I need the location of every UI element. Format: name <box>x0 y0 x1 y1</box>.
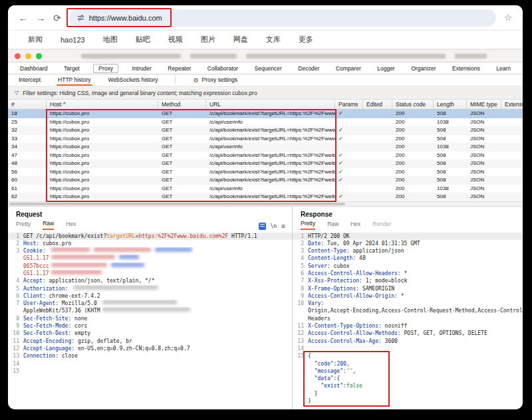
table-cell: 508 <box>434 152 467 160</box>
editor-tab-hex[interactable]: Hex <box>350 221 360 229</box>
editor-tab-raw[interactable]: Raw <box>43 220 54 230</box>
bookmark-link[interactable]: 图片 <box>201 35 215 45</box>
table-cell: ✓ <box>335 176 363 185</box>
table-cell <box>501 118 523 127</box>
close-window-icon[interactable] <box>15 53 21 59</box>
editor-line: 10Sec-Fetch-Dest: empty <box>8 330 292 337</box>
newline-toggle-icon[interactable]: \n <box>271 223 277 229</box>
back-icon[interactable]: ← <box>19 13 28 23</box>
subtab-intercept[interactable]: Intercept <box>19 74 41 86</box>
table-cell <box>363 159 392 168</box>
table-cell: JSON <box>467 110 501 118</box>
subtab-http-history[interactable]: HTTP history <box>58 74 90 86</box>
editor-line: 15 <box>8 368 292 375</box>
editor-line: 5Server: cubox <box>293 262 523 270</box>
table-cell: ✓ <box>335 126 363 135</box>
editor-line: 4Content-Length: 48 <box>293 255 523 262</box>
url-bar[interactable]: https://www.baidu.com <box>69 9 497 27</box>
table-cell <box>501 159 523 168</box>
burp-tab-extensions[interactable]: Extensions <box>450 64 483 73</box>
editor-line: 7User-Agent: Mozilla/5.0 <box>8 300 292 307</box>
editor-tab-pretty[interactable]: Pretty <box>16 221 31 229</box>
table-cell <box>363 135 392 144</box>
proxy-subtabs: InterceptHTTP historyWebSockets history … <box>8 74 523 86</box>
redacted-text <box>73 285 158 290</box>
redacted-text <box>119 255 139 259</box>
minimize-window-icon[interactable] <box>25 53 31 59</box>
redacted-text <box>94 247 151 252</box>
column-header[interactable]: Host ^ <box>47 100 158 110</box>
proxy-settings-button[interactable]: ⚙ Proxy settings <box>193 74 237 86</box>
bookmark-link[interactable]: hao123 <box>61 36 85 44</box>
column-header[interactable]: Params <box>335 100 363 110</box>
redacted-text <box>102 300 177 304</box>
column-header[interactable]: Method <box>158 100 206 110</box>
filter-settings-bar[interactable]: ▽ Filter settings: Hiding CSS, image and… <box>8 86 523 100</box>
forward-icon[interactable]: → <box>36 13 45 23</box>
message-editors: Request PrettyRawHex \n ≡ 1GET /c/api/bo… <box>8 206 523 410</box>
burp-tab-proxy[interactable]: Proxy <box>93 64 118 73</box>
column-header[interactable]: # <box>8 100 47 110</box>
table-cell: 18 <box>8 110 47 118</box>
column-header[interactable]: URL <box>206 100 335 110</box>
editor-line: 1HTTP/2 200 OK <box>293 233 523 240</box>
table-cell: 508 <box>434 193 467 201</box>
column-header[interactable]: Edited <box>363 100 392 110</box>
bookmark-star-icon[interactable]: ☆ <box>504 13 512 23</box>
burp-tab-learn[interactable]: Learn <box>493 64 513 73</box>
burp-tab-sequencer[interactable]: Sequencer <box>252 64 285 73</box>
editor-line: 2Date: Tue, 09 Apr 2024 01:31:35 GMT <box>293 240 523 247</box>
bookmark-link[interactable]: 网盘 <box>233 35 248 45</box>
redacted-text <box>51 247 90 252</box>
request-title: Request <box>8 207 292 220</box>
bookmark-link[interactable]: 地图 <box>103 35 118 45</box>
burp-tab-comparer[interactable]: Comparer <box>333 64 364 73</box>
reload-icon[interactable]: ⟳ <box>53 13 61 23</box>
bookmark-link[interactable]: 更多 <box>299 35 313 45</box>
burp-tab-collaborator[interactable]: Collaborator <box>205 64 241 73</box>
table-cell: JSON <box>467 168 501 177</box>
burp-tab-dashboard[interactable]: Dashboard <box>17 64 51 73</box>
column-header[interactable]: MIME type <box>467 100 501 110</box>
subtab-websockets-history[interactable]: WebSockets history <box>108 74 158 86</box>
bookmark-link[interactable]: 新闻 <box>28 35 43 45</box>
editor-tab-hex[interactable]: Hex <box>66 221 76 229</box>
editor-menu-icon[interactable]: ≡ <box>281 223 285 230</box>
editor-line: 10Vary: <box>293 300 523 307</box>
bookmark-link[interactable]: 贴吧 <box>136 35 150 45</box>
editor-line: 9Access-Control-Allow-Origin: * <box>293 292 523 300</box>
request-editor[interactable]: 1GET /c/api/bookmark/exist?targetURL=htt… <box>8 233 292 375</box>
table-cell: 200 <box>392 159 434 168</box>
table-cell: 200 <box>392 135 434 144</box>
editor-tab-render[interactable]: Render <box>372 221 391 229</box>
scrollbar-thumb[interactable] <box>9 203 345 206</box>
table-cell: ✓ <box>335 135 363 144</box>
zoom-window-icon[interactable] <box>36 53 42 59</box>
pretty-print-icon[interactable] <box>259 223 266 230</box>
burp-tab-logger[interactable]: Logger <box>374 64 397 73</box>
burp-tab-intruder[interactable]: Intruder <box>130 64 154 73</box>
bookmark-link[interactable]: 视频 <box>168 35 183 45</box>
burp-tab-organizer[interactable]: Organizer <box>408 64 438 73</box>
table-cell <box>501 176 523 185</box>
column-header[interactable]: Extension <box>501 100 523 110</box>
editor-line: 13Connection: close <box>8 352 292 360</box>
burp-tab-decoder[interactable]: Decoder <box>295 64 322 73</box>
editor-tab-pretty[interactable]: Pretty <box>301 220 315 230</box>
proxy-settings-label: Proxy settings <box>202 74 237 86</box>
window-controls[interactable] <box>15 53 42 59</box>
bookmark-link[interactable]: 文库 <box>266 35 281 45</box>
column-header[interactable]: Length <box>434 100 467 110</box>
editor-line: 6Client: chrome-ext-7.4.2 <box>8 292 292 300</box>
burp-tab-target[interactable]: Target <box>61 64 82 73</box>
table-cell: 60 <box>8 176 47 185</box>
column-header[interactable]: Status code <box>392 100 434 110</box>
burp-titlebar <box>8 49 523 62</box>
editor-line: 2Host: cubox.pro <box>8 240 292 247</box>
editor-line: 13Access-Control-Max-Age: 3600 <box>293 338 523 345</box>
editor-line: 1GET /c/api/bookmark/exist?targetURL=htt… <box>8 233 292 240</box>
editor-tab-raw[interactable]: Raw <box>327 221 338 229</box>
table-cell: 508 <box>434 159 467 168</box>
bookmarks-bar: 新闻hao123地图贴吧视频图片网盘文库更多 <box>8 31 523 49</box>
burp-tab-repeater[interactable]: Repeater <box>165 64 194 73</box>
